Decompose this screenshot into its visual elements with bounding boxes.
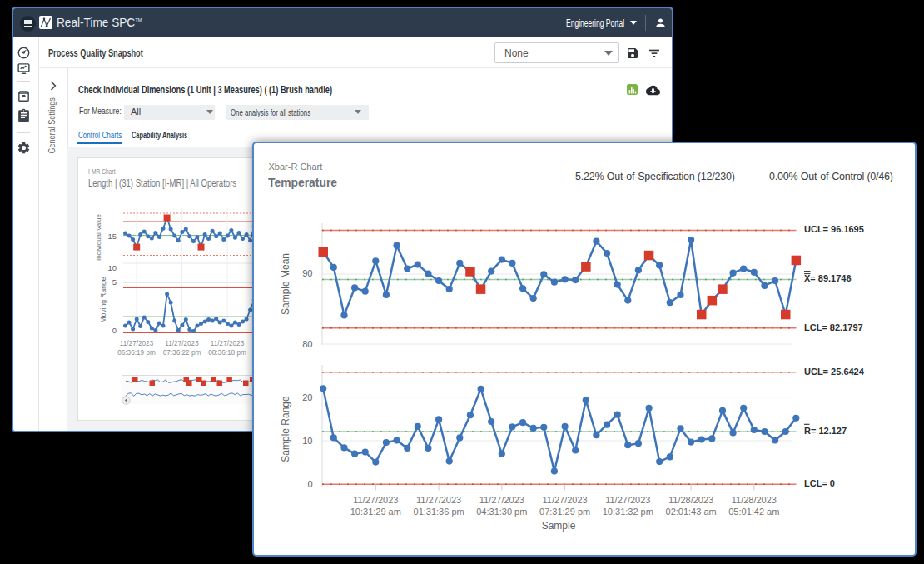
- svg-text:Sample Mean: Sample Mean: [280, 253, 291, 315]
- svg-text:LCL= 0: LCL= 0: [804, 478, 835, 488]
- svg-text:20: 20: [302, 392, 312, 402]
- svg-text:10:31:32 pm: 10:31:32 pm: [603, 507, 653, 517]
- svg-text:11/27/2023: 11/27/2023: [120, 340, 154, 347]
- svg-text:07:31:29 pm: 07:31:29 pm: [539, 507, 590, 517]
- svg-text:11/27/2023: 11/27/2023: [353, 495, 398, 505]
- svg-text:X= 89.1746: X= 89.1746: [804, 273, 852, 283]
- svg-text:Moving Range: Moving Range: [99, 277, 107, 322]
- svg-text:R= 12.127: R= 12.127: [804, 426, 847, 436]
- svg-text:Sample Range: Sample Range: [280, 396, 291, 462]
- svg-text:11/27/2023: 11/27/2023: [211, 340, 245, 347]
- svg-text:0: 0: [112, 326, 117, 335]
- svg-text:15: 15: [107, 232, 117, 241]
- svg-text:LCL= 82.1797: LCL= 82.1797: [804, 322, 863, 332]
- svg-text:10: 10: [107, 263, 117, 272]
- svg-text:10: 10: [302, 436, 312, 446]
- svg-text:11/28/2023: 11/28/2023: [732, 495, 777, 505]
- svg-text:11/27/2023: 11/27/2023: [479, 495, 524, 505]
- svg-text:04:31:30 pm: 04:31:30 pm: [476, 507, 527, 517]
- svg-text:06:36:19 pm: 06:36:19 pm: [117, 349, 156, 357]
- svg-text:UCL= 25.6424: UCL= 25.6424: [804, 367, 865, 377]
- svg-text:07:36:22 pm: 07:36:22 pm: [163, 349, 201, 357]
- svg-text:Sample: Sample: [542, 520, 576, 532]
- svg-text:5: 5: [112, 277, 117, 287]
- svg-text:11/27/2023: 11/27/2023: [605, 495, 650, 505]
- svg-text:10:31:29 am: 10:31:29 am: [350, 507, 401, 517]
- svg-text:11/27/2023: 11/27/2023: [165, 340, 199, 347]
- svg-text:90: 90: [302, 268, 312, 278]
- svg-text:02:01:43 am: 02:01:43 am: [666, 507, 717, 517]
- svg-text:01:31:36 pm: 01:31:36 pm: [414, 507, 464, 517]
- svg-text:08:36:18 pm: 08:36:18 pm: [208, 349, 246, 357]
- svg-text:80: 80: [302, 339, 312, 349]
- svg-text:Individual Value: Individual Value: [95, 214, 102, 261]
- svg-text:05:01:42 am: 05:01:42 am: [728, 507, 779, 517]
- svg-text:11/28/2023: 11/28/2023: [668, 495, 713, 505]
- svg-text:11/27/2023: 11/27/2023: [416, 495, 461, 505]
- svg-text:0: 0: [307, 479, 312, 489]
- svg-text:UCL= 96.1695: UCL= 96.1695: [804, 224, 864, 234]
- svg-text:11/27/2023: 11/27/2023: [542, 495, 587, 505]
